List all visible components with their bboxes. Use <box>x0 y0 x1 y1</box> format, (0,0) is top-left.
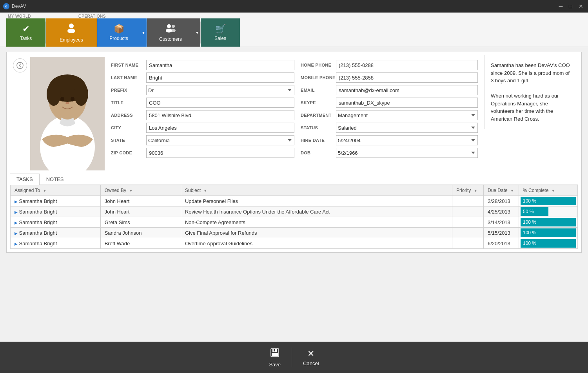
city-row: CITY <box>111 123 294 133</box>
cell-owned-by: John Heart <box>100 206 181 217</box>
status-row: STATUS SalariedHourlyContract <box>301 123 478 133</box>
cell-owned-by: Brett Wade <box>100 238 181 249</box>
cancel-button[interactable]: ✕ Cancel <box>292 346 330 369</box>
products-icon: 📦 <box>114 24 124 34</box>
tasks-button[interactable]: ✔ Tasks <box>6 18 45 47</box>
table-row[interactable]: ▶ Samantha Bright Greta Sims Non-Compete… <box>11 217 578 228</box>
department-label: DEPARTMENT <box>301 113 336 118</box>
svg-point-11 <box>47 82 61 106</box>
row-expander[interactable]: ▶ <box>15 242 18 246</box>
row-expander[interactable]: ▶ <box>15 199 18 204</box>
cell-due-date: 3/14/2013 <box>484 217 519 228</box>
cancel-label: Cancel <box>303 360 319 366</box>
filter-assigned-to-icon: ▼ <box>43 189 47 193</box>
products-dropdown-button[interactable]: ▼ <box>140 18 147 47</box>
restore-button[interactable]: □ <box>568 3 574 9</box>
address-label: ADDRESS <box>111 113 146 118</box>
email-label: EMAIL <box>301 88 336 92</box>
customers-dropdown-button[interactable]: ▼ <box>194 18 200 47</box>
status-select[interactable]: SalariedHourlyContract <box>336 123 478 133</box>
row-expander[interactable]: ▶ <box>15 210 18 214</box>
col-pct-complete[interactable]: % Complete ▼ <box>519 185 578 196</box>
cell-pct-complete: 100 % <box>519 238 578 249</box>
tab-notes[interactable]: NOTES <box>40 174 71 185</box>
cell-subject: Update Personnel Files <box>181 196 452 206</box>
hire-date-row: HIRE DATE 5/24/2004 <box>301 135 478 145</box>
tasks-header-row: Assigned To ▼ Owned By ▼ Subject ▼ Prior… <box>11 185 578 196</box>
address-input[interactable] <box>146 110 294 120</box>
bio-text-2: When not working hard as our Operations … <box>491 92 572 123</box>
city-label: CITY <box>111 125 146 130</box>
title-bar: d DevAV ─ □ ✕ <box>0 0 588 13</box>
progress-bar-text: 100 % <box>521 230 539 235</box>
col-subject[interactable]: Subject ▼ <box>181 185 452 196</box>
title-input[interactable] <box>146 98 294 108</box>
employee-fields: FIRST NAME LAST NAME PREFIX DrMrMsMrs <box>105 55 484 165</box>
sales-icon: 🛒 <box>215 24 226 34</box>
table-row[interactable]: ▶ Samantha Bright John Heart Review Heal… <box>11 206 578 217</box>
tasks-table-header: Assigned To ▼ Owned By ▼ Subject ▼ Prior… <box>11 185 578 196</box>
hire-date-select[interactable]: 5/24/2004 <box>336 135 478 145</box>
minimize-button[interactable]: ─ <box>557 3 564 9</box>
progress-bar-text: 50 % <box>521 209 536 214</box>
employee-photo <box>30 57 105 170</box>
row-expander[interactable]: ▶ <box>15 221 18 225</box>
col-priority[interactable]: Priority ▼ <box>452 185 484 196</box>
cell-pct-complete: 100 % <box>519 228 578 238</box>
close-button[interactable]: ✕ <box>577 3 585 9</box>
mobile-phone-input[interactable] <box>336 72 478 83</box>
left-fields: FIRST NAME LAST NAME PREFIX DrMrMsMrs <box>111 60 294 160</box>
svg-point-4 <box>172 25 175 28</box>
sales-button[interactable]: 🛒 Sales <box>201 18 240 47</box>
department-select[interactable]: ManagementEngineeringSales <box>336 110 478 120</box>
state-row: STATE CaliforniaNew YorkTexas <box>111 135 294 145</box>
row-expander[interactable]: ▶ <box>15 231 18 235</box>
my-world-label: MY WORLD <box>6 13 77 18</box>
cell-assigned-to: ▶ Samantha Bright <box>11 217 101 228</box>
products-button-group: 📦 Products ▼ <box>97 18 147 47</box>
cell-assigned-to: ▶ Samantha Bright <box>11 228 101 238</box>
dob-select[interactable]: 5/2/1966 <box>336 148 478 158</box>
cell-assigned-to: ▶ Samantha Bright <box>11 196 101 206</box>
table-row[interactable]: ▶ Samantha Bright Brett Wade Overtime Ap… <box>11 238 578 249</box>
ribbon: MY WORLD OPERATIONS ✔ Tasks Employees <box>0 13 588 47</box>
col-due-date[interactable]: Due Date ▼ <box>484 185 519 196</box>
save-button[interactable]: Save <box>258 344 292 371</box>
back-button[interactable] <box>13 58 27 72</box>
skype-input[interactable] <box>336 98 478 108</box>
col-assigned-to[interactable]: Assigned To ▼ <box>11 185 101 196</box>
email-row: EMAIL <box>301 85 478 95</box>
employees-button[interactable]: Employees <box>46 18 97 47</box>
col-owned-by[interactable]: Owned By ▼ <box>100 185 181 196</box>
first-name-input[interactable] <box>146 60 294 70</box>
table-row[interactable]: ▶ Samantha Bright John Heart Update Pers… <box>11 196 578 206</box>
cell-subject: Give Final Approval for Refunds <box>181 228 452 238</box>
cell-subject: Non-Compete Agreements <box>181 217 452 228</box>
zip-input[interactable] <box>146 148 294 158</box>
operations-label: OPERATIONS <box>77 13 273 18</box>
products-button[interactable]: 📦 Products <box>97 18 140 47</box>
customers-button[interactable]: Customers <box>147 18 194 47</box>
svg-point-6 <box>17 62 23 69</box>
home-phone-label: HOME PHONE <box>301 63 336 67</box>
tab-tasks[interactable]: TASKS <box>10 174 40 185</box>
svg-point-0 <box>69 24 74 28</box>
prefix-row: PREFIX DrMrMsMrs <box>111 85 294 95</box>
title-bar-left: d DevAV <box>3 3 26 9</box>
cell-assigned-to: ▶ Samantha Bright <box>11 206 101 217</box>
home-phone-input[interactable] <box>336 60 478 70</box>
table-row[interactable]: ▶ Samantha Bright Sandra Johnson Give Fi… <box>11 228 578 238</box>
prefix-select[interactable]: DrMrMsMrs <box>146 85 294 95</box>
first-name-row: FIRST NAME <box>111 60 294 70</box>
state-select[interactable]: CaliforniaNew YorkTexas <box>146 135 294 145</box>
zip-label: ZIP CODE <box>111 150 146 155</box>
customers-button-group: Customers ▼ <box>147 18 200 47</box>
tasks-tab-content: Assigned To ▼ Owned By ▼ Subject ▼ Prior… <box>10 185 578 249</box>
cell-assigned-to: ▶ Samantha Bright <box>11 238 101 249</box>
city-input[interactable] <box>146 123 294 133</box>
progress-bar-text: 100 % <box>521 198 539 204</box>
email-input[interactable] <box>336 85 478 95</box>
last-name-input[interactable] <box>146 72 294 83</box>
progress-bar: 100 % <box>521 239 576 248</box>
bio-text: Samantha has been DevAV's COO since 2009… <box>491 62 572 85</box>
